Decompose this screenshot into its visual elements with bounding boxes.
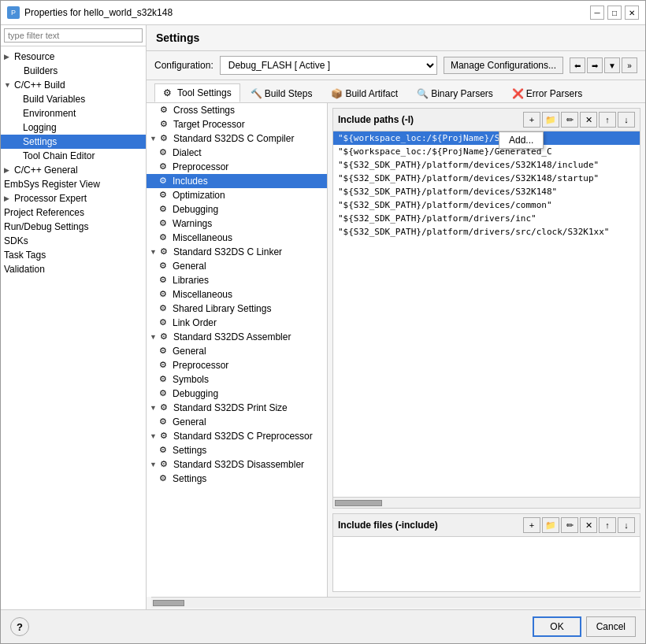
nav-menu-button[interactable]: ▼ xyxy=(604,57,620,73)
sidebar-item-cpp-general[interactable]: ▶ C/C++ General xyxy=(1,163,146,177)
tool-tree-item-cross-settings[interactable]: ⚙ Cross Settings xyxy=(147,103,327,117)
sidebar-item-validation[interactable]: Validation xyxy=(1,262,146,276)
sidebar-item-project-refs[interactable]: Project References xyxy=(1,205,146,220)
tool-tree-item-preprocessor-settings[interactable]: ⚙ Settings xyxy=(147,443,327,457)
sidebar-item-label: Processor Expert xyxy=(14,193,87,204)
add-file-button[interactable]: + xyxy=(523,517,540,533)
tool-tree-item-s32ds-c-linker[interactable]: ▼ ⚙ Standard S32DS C Linker xyxy=(147,245,327,259)
sidebar-item-label: Validation xyxy=(4,264,45,275)
ok-button[interactable]: OK xyxy=(533,616,581,637)
hscroll-thumb[interactable] xyxy=(335,500,382,506)
horizontal-scrollbar[interactable] xyxy=(333,497,640,508)
add-path-button[interactable]: + xyxy=(523,112,540,128)
include-files-list xyxy=(333,537,640,591)
tab-build-artifact[interactable]: 📦 Build Artifact xyxy=(322,83,407,102)
help-button[interactable]: ? xyxy=(10,617,29,636)
include-path-item[interactable]: "${S32_SDK_PATH}/platform/drivers/src/cl… xyxy=(333,225,640,239)
build-steps-icon: 🔨 xyxy=(251,88,262,99)
expand-icon: ▼ xyxy=(4,81,12,89)
sidebar-item-task-tags[interactable]: Task Tags xyxy=(1,248,146,262)
tool-tree-item-dialect[interactable]: ⚙ Dialect xyxy=(147,146,327,160)
minimize-button[interactable]: ─ xyxy=(590,6,604,20)
tab-tool-settings[interactable]: ⚙ Tool Settings xyxy=(154,83,240,102)
include-path-item[interactable]: "${S32_SDK_PATH}/platform/devices/S32K14… xyxy=(333,158,640,172)
sidebar-item-embsys[interactable]: EmbSys Register View xyxy=(1,177,146,191)
sidebar-item-settings[interactable]: Settings xyxy=(1,135,146,149)
manage-configurations-button[interactable]: Manage Configurations... xyxy=(444,57,563,74)
tool-tree-item-s32ds-c-preprocessor[interactable]: ▼ ⚙ Standard S32DS C Preprocessor xyxy=(147,429,327,443)
delete-path-button[interactable]: ✕ xyxy=(580,112,597,128)
sidebar-item-toolchain[interactable]: Tool Chain Editor xyxy=(1,149,146,163)
tool-tree-item-debugging[interactable]: ⚙ Debugging xyxy=(147,202,327,217)
tool-tree-item-target-processor[interactable]: ⚙ Target Processor xyxy=(147,117,327,131)
tool-tree-item-s32ds-assembler[interactable]: ▼ ⚙ Standard S32DS Assembler xyxy=(147,330,327,344)
sidebar-tree: ▶ Resource Builders ▼ C/C++ Build Build … xyxy=(1,46,146,609)
tab-build-steps[interactable]: 🔨 Build Steps xyxy=(242,83,321,102)
filter-input[interactable] xyxy=(4,28,143,43)
gear-icon: ⚙ xyxy=(159,147,170,158)
include-path-item[interactable]: "${workspace_loc:/${ProjName}/Generated_… xyxy=(333,145,640,158)
nav-forward-button[interactable]: ➡ xyxy=(587,57,603,73)
tool-tree-item-preprocessor[interactable]: ⚙ Preprocessor xyxy=(147,160,327,174)
sidebar-item-builders[interactable]: Builders xyxy=(1,64,146,78)
bottom-horizontal-scrollbar[interactable] xyxy=(151,597,640,608)
tool-tree-item-libraries[interactable]: ⚙ Libraries xyxy=(147,273,327,287)
gear-icon: ⚙ xyxy=(159,445,170,456)
tool-tree-item-linker-general[interactable]: ⚙ General xyxy=(147,259,327,273)
tool-tree-item-link-order[interactable]: ⚙ Link Order xyxy=(147,316,327,330)
expand-icon: ▶ xyxy=(4,194,12,202)
move-up-button[interactable]: ↑ xyxy=(599,112,616,128)
nav-more-button[interactable]: » xyxy=(622,57,637,73)
move-down-button[interactable]: ↓ xyxy=(618,112,635,128)
move-file-down-button[interactable]: ↓ xyxy=(618,517,635,533)
bottom-hscroll-thumb[interactable] xyxy=(153,600,184,606)
gear-icon: ⚙ xyxy=(160,331,171,342)
include-path-item[interactable]: "${S32_SDK_PATH}/platform/devices/S32K14… xyxy=(333,172,640,185)
tab-error-parsers[interactable]: ❌ Error Parsers xyxy=(503,83,591,102)
close-button[interactable]: ✕ xyxy=(625,6,639,20)
include-path-item[interactable]: "${S32_SDK_PATH}/platform/devices/common… xyxy=(333,198,640,212)
tool-tree-item-print-general[interactable]: ⚙ General xyxy=(147,415,327,429)
edit-path-button[interactable]: ✏ xyxy=(561,112,578,128)
sidebar-item-sdks[interactable]: SDKs xyxy=(1,234,146,248)
add-dropdown-item[interactable]: Add... xyxy=(499,132,543,148)
include-path-item[interactable]: "${workspace_loc:/${ProjName}/Sources}" xyxy=(333,131,640,145)
tool-tree-item-asm-general[interactable]: ⚙ General xyxy=(147,344,327,358)
gear-icon: ⚙ xyxy=(159,289,170,300)
include-path-item[interactable]: "${S32_SDK_PATH}/platform/devices/S32K14… xyxy=(333,185,640,198)
include-path-item[interactable]: "${S32_SDK_PATH}/platform/drivers/inc" xyxy=(333,212,640,225)
tool-label: General xyxy=(173,261,206,272)
move-file-up-button[interactable]: ↑ xyxy=(599,517,616,533)
gear-icon: ⚙ xyxy=(160,431,171,442)
sidebar-item-run-debug[interactable]: Run/Debug Settings xyxy=(1,220,146,234)
nav-back-button[interactable]: ⬅ xyxy=(570,57,585,73)
tool-tree-item-s32ds-print-size[interactable]: ▼ ⚙ Standard S32DS Print Size xyxy=(147,401,327,415)
config-select[interactable]: Debug_FLASH [ Active ] xyxy=(220,56,437,75)
sidebar-item-environment[interactable]: Environment xyxy=(1,106,146,120)
cancel-button[interactable]: Cancel xyxy=(586,616,636,637)
tool-tree-item-s32ds-disassembler[interactable]: ▼ ⚙ Standard S32DS Disassembler xyxy=(147,457,327,472)
tool-tree-item-asm-preprocessor[interactable]: ⚙ Preprocessor xyxy=(147,358,327,372)
tool-tree-item-optimization[interactable]: ⚙ Optimization xyxy=(147,188,327,202)
tool-tree-item-s32ds-c-compiler[interactable]: ▼ ⚙ Standard S32DS C Compiler xyxy=(147,131,327,146)
edit-file-button[interactable]: ✏ xyxy=(561,517,578,533)
tool-tree-item-miscellaneous[interactable]: ⚙ Miscellaneous xyxy=(147,231,327,245)
tool-tree-item-asm-debugging[interactable]: ⚙ Debugging xyxy=(147,387,327,401)
tool-tree-item-symbols[interactable]: ⚙ Symbols xyxy=(147,372,327,387)
sidebar-item-resource[interactable]: ▶ Resource xyxy=(1,50,146,64)
tab-binary-parsers[interactable]: 🔍 Binary Parsers xyxy=(408,83,502,102)
sidebar-item-logging[interactable]: Logging xyxy=(1,120,146,135)
sidebar-item-processor-expert[interactable]: ▶ Processor Expert xyxy=(1,191,146,205)
tool-tree-item-warnings[interactable]: ⚙ Warnings xyxy=(147,217,327,231)
add-path-from-workspace-button[interactable]: 📁 xyxy=(542,112,559,128)
sidebar-item-build-variables[interactable]: Build Variables xyxy=(1,92,146,106)
sidebar-item-cpp-build[interactable]: ▼ C/C++ Build xyxy=(1,78,146,92)
delete-file-button[interactable]: ✕ xyxy=(580,517,597,533)
tool-tree-item-disasm-settings[interactable]: ⚙ Settings xyxy=(147,472,327,486)
add-file-from-workspace-button[interactable]: 📁 xyxy=(542,517,559,533)
tool-tree-item-linker-misc[interactable]: ⚙ Miscellaneous xyxy=(147,287,327,302)
tool-tree-item-includes[interactable]: ⚙ Includes xyxy=(147,174,327,188)
tool-tree-item-shared-lib[interactable]: ⚙ Shared Library Settings xyxy=(147,302,327,316)
gear-icon: ⚙ xyxy=(159,218,170,229)
maximize-button[interactable]: □ xyxy=(607,6,622,20)
